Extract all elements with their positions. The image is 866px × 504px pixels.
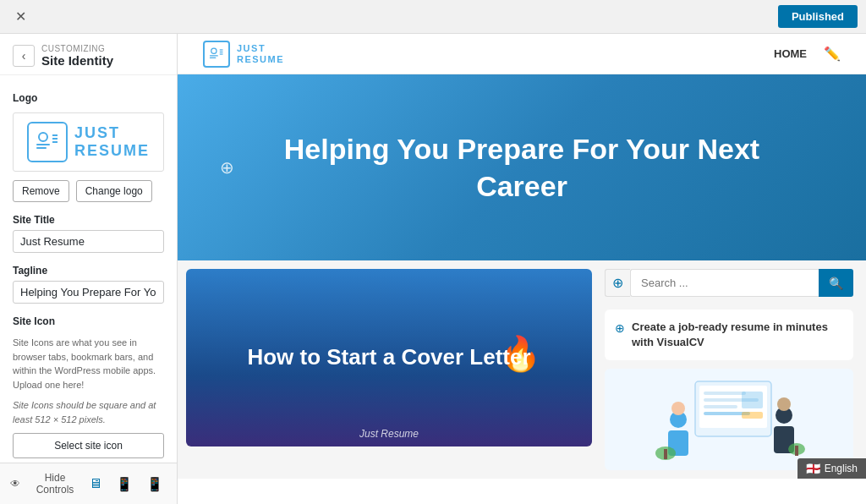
preview-logo-resume: RESUME: [237, 54, 284, 64]
search-prefix-icon: ⊕: [605, 269, 630, 297]
article-bottom-label: Just Resume: [359, 428, 419, 440]
customizing-label: Customizing: [41, 44, 113, 53]
svg-rect-7: [210, 55, 218, 56]
widget-ad-text: Create a job-ready resume in minutes wit…: [632, 320, 843, 350]
site-icon-label: Site Icon: [13, 315, 164, 327]
hero-edit-icon[interactable]: ⊕: [220, 157, 234, 178]
sidebar-widget: ⊕ 🔍 ⊕ Create a job-ready resume in minut…: [592, 260, 866, 479]
site-icon-desc-small: Site Icons should be square and at least…: [13, 398, 164, 426]
logo-just: JUST: [74, 124, 150, 142]
section-title: Site Identity: [41, 53, 113, 68]
preview-logo-text: JUST RESUME: [237, 43, 284, 63]
preview-logo-icon: [203, 41, 230, 68]
svg-rect-29: [795, 446, 798, 456]
widget-edit-icon[interactable]: ⊕: [615, 321, 625, 335]
widget-ad: ⊕ Create a job-ready resume in minutes w…: [605, 310, 853, 360]
logo-section-label: Logo: [13, 92, 164, 104]
svg-rect-8: [210, 57, 216, 58]
preview-logo-just: JUST: [237, 43, 284, 53]
site-title-group: Site Title: [13, 214, 164, 253]
svg-rect-14: [704, 392, 746, 395]
top-bar: ✕ Published: [0, 0, 866, 34]
tablet-icon[interactable]: 📱: [112, 474, 136, 494]
sidebar: ‹ Customizing Site Identity Logo: [0, 34, 178, 504]
preview-body: How to Start a Cover Letter 🔥 Just Resum…: [178, 260, 866, 479]
hero-title: Helping You Prepare For Your Next Career: [268, 130, 776, 205]
language-bar: 🏴󠁧󠁢󠁥󠁮󠁧󠁿 English: [797, 458, 866, 479]
svg-point-6: [211, 48, 216, 53]
preview-area: JUST RESUME HOME ✏️ ⊕ Helping You Prepar…: [178, 34, 866, 504]
article-card: How to Start a Cover Letter 🔥 Just Resum…: [186, 269, 592, 446]
select-site-icon-button[interactable]: Select site icon: [13, 433, 164, 458]
svg-point-0: [39, 133, 47, 141]
close-button[interactable]: ✕: [8, 5, 32, 29]
back-button[interactable]: ‹: [13, 45, 35, 67]
logo-resume: RESUME: [74, 142, 150, 160]
flag-icon: 🏴󠁧󠁢󠁥󠁮󠁧󠁿: [806, 462, 820, 475]
device-icons: 🖥 📱 📱: [85, 474, 167, 494]
nav-home-link[interactable]: HOME: [774, 47, 807, 60]
tagline-group: Tagline: [13, 265, 164, 304]
svg-rect-27: [664, 449, 667, 459]
language-label: English: [825, 463, 858, 474]
hide-controls-label: Hide Controls: [25, 472, 85, 496]
svg-rect-18: [742, 392, 763, 408]
search-box: ⊕ 🔍: [605, 269, 853, 297]
main-layout: ‹ Customizing Site Identity Logo: [0, 34, 866, 504]
svg-rect-19: [742, 412, 763, 419]
remove-logo-button[interactable]: Remove: [13, 180, 69, 202]
logo-icon: [27, 122, 68, 162]
logo-preview: JUST RESUME: [13, 112, 164, 172]
sidebar-content: Logo JUST: [0, 75, 177, 463]
nav-edit-icon[interactable]: ✏️: [824, 46, 841, 62]
article-title: How to Start a Cover Letter: [230, 343, 547, 372]
search-input[interactable]: [630, 269, 819, 297]
published-button[interactable]: Published: [778, 5, 858, 28]
preview-nav-links: HOME ✏️: [774, 46, 841, 62]
site-icon-desc: Site Icons are what you see in browser t…: [13, 336, 164, 392]
svg-rect-16: [704, 405, 737, 408]
site-title-label: Site Title: [13, 214, 164, 226]
logo-box: JUST RESUME: [27, 122, 150, 162]
mobile-icon[interactable]: 📱: [143, 474, 167, 494]
search-button[interactable]: 🔍: [819, 269, 853, 297]
svg-point-22: [671, 402, 685, 415]
sidebar-header: ‹ Customizing Site Identity: [0, 34, 177, 75]
logo-text-box: JUST RESUME: [74, 124, 150, 160]
preview-logo: JUST RESUME: [203, 41, 284, 68]
tagline-label: Tagline: [13, 265, 164, 277]
illustration-svg: [653, 373, 805, 466]
logo-actions: Remove Change logo: [13, 180, 164, 202]
site-title-input[interactable]: [13, 230, 164, 253]
change-logo-button[interactable]: Change logo: [76, 180, 152, 202]
svg-rect-2: [36, 147, 47, 149]
sidebar-header-text: Customizing Site Identity: [41, 44, 113, 68]
svg-point-25: [777, 397, 791, 411]
widget-illustration: [605, 369, 853, 470]
site-icon-section: Site Icon Site Icons are what you see in…: [13, 315, 164, 458]
sidebar-footer: 👁 Hide Controls 🖥 📱 📱: [0, 463, 177, 504]
hide-controls-button[interactable]: 👁 Hide Controls: [10, 472, 85, 496]
eye-icon: 👁: [10, 478, 20, 490]
preview-hero: ⊕ Helping You Prepare For Your Next Care…: [178, 74, 866, 260]
preview-nav: JUST RESUME HOME ✏️: [178, 34, 866, 74]
top-bar-left: ✕: [8, 5, 32, 29]
desktop-icon[interactable]: 🖥: [85, 474, 106, 494]
svg-rect-1: [36, 144, 50, 145]
tagline-input[interactable]: [13, 281, 164, 304]
